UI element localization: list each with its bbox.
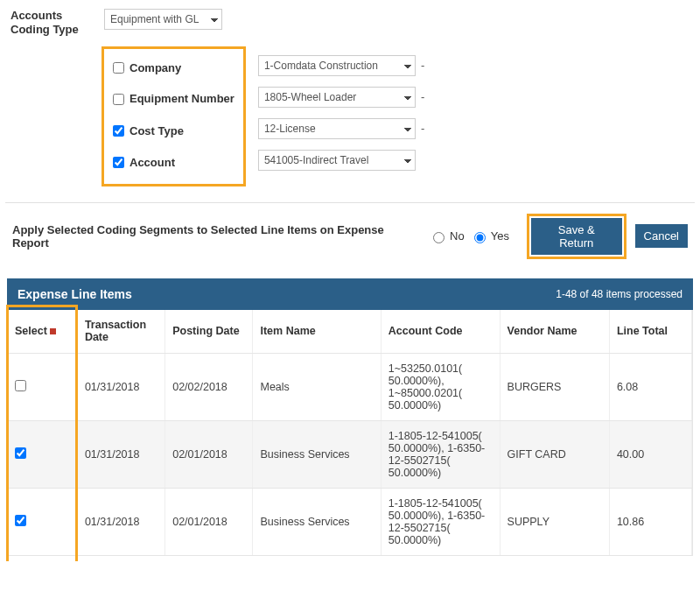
accounts-coding-type-select[interactable]: Equipment with GL (104, 9, 222, 30)
segment-cost-type-label: Cost Type (130, 124, 184, 137)
apply-yes-radio[interactable] (474, 232, 486, 243)
segment-account-select[interactable]: 541005-Indirect Travel (258, 150, 416, 171)
expense-line-items-title: Expense Line Items (18, 287, 132, 301)
th-line-total[interactable]: Line Total (609, 310, 691, 354)
cell-posting-date: 02/02/2018 (165, 354, 253, 421)
segment-company-checkbox[interactable] (113, 62, 124, 74)
table-row: 01/31/2018 02/01/2018 Business Services … (8, 421, 692, 489)
segment-company-select[interactable]: 1-Comdata Construction (258, 55, 416, 76)
th-item-name[interactable]: Item Name (253, 310, 381, 354)
save-return-button[interactable]: Save & Return (531, 218, 622, 255)
expense-line-items-table: Select Transaction Date Posting Date Ite… (8, 310, 692, 557)
cell-posting-date: 02/01/2018 (165, 489, 253, 556)
row-select-checkbox[interactable] (15, 515, 26, 526)
dash-separator: - (421, 59, 424, 72)
cell-item-name: Business Services (253, 489, 381, 556)
cell-line-total: 6.08 (609, 354, 691, 421)
cell-vendor-name: GIFT CARD (500, 421, 609, 489)
cell-vendor-name: BURGERS (500, 354, 609, 421)
segment-equipment-number-checkbox[interactable] (113, 94, 124, 105)
cell-item-name: Meals (253, 354, 381, 421)
segment-cost-type-checkbox[interactable] (113, 125, 124, 137)
row-select-checkbox[interactable] (15, 447, 26, 459)
cell-vendor-name: SUPPLY (500, 489, 609, 556)
cell-account-code: 1~53250.0101( 50.0000%), 1~85000.0201( 5… (381, 354, 500, 421)
save-return-highlight: Save & Return (527, 214, 626, 259)
segment-equipment-number-select[interactable]: 1805-Wheel Loader (258, 87, 416, 108)
table-row: 01/31/2018 02/01/2018 Business Services … (8, 489, 692, 556)
items-processed-count: 1-48 of 48 items processed (556, 288, 682, 300)
segment-equipment-number-label: Equipment Number (130, 93, 234, 106)
cell-posting-date: 02/01/2018 (165, 421, 253, 489)
dash-separator: - (421, 122, 424, 135)
apply-yes-label: Yes (491, 229, 509, 243)
cell-line-total: 10.86 (609, 489, 691, 556)
cell-transaction-date: 01/31/2018 (77, 354, 164, 421)
th-vendor-name[interactable]: Vendor Name (500, 310, 609, 354)
segment-account-checkbox[interactable] (113, 157, 124, 168)
sort-indicator-icon (50, 328, 56, 334)
cancel-button[interactable]: Cancel (635, 224, 688, 248)
accounts-coding-type-label: Accounts Coding Type (10, 9, 94, 38)
cell-line-total: 40.00 (609, 421, 691, 489)
apply-no-label: No (450, 229, 465, 243)
cell-transaction-date: 01/31/2018 (77, 489, 164, 556)
apply-no-radio[interactable] (433, 232, 444, 243)
dash-separator: - (421, 90, 424, 103)
cell-account-code: 1-1805-12-541005( 50.0000%), 1-6350-12-5… (381, 489, 500, 556)
segment-account-label: Account (130, 156, 175, 169)
th-account-code[interactable]: Account Code (381, 310, 500, 354)
apply-segments-label: Apply Selected Coding Segments to Select… (12, 223, 420, 250)
segment-cost-type-select[interactable]: 12-License (258, 118, 416, 139)
th-posting-date[interactable]: Posting Date (165, 310, 253, 354)
th-select[interactable]: Select (8, 310, 77, 354)
cell-transaction-date: 01/31/2018 (77, 421, 164, 489)
row-select-checkbox[interactable] (15, 380, 26, 391)
segment-company-label: Company (130, 61, 181, 74)
th-transaction-date[interactable]: Transaction Date (77, 310, 164, 354)
cell-item-name: Business Services (253, 421, 381, 489)
cell-account-code: 1-1805-12-541005( 50.0000%), 1-6350-12-5… (381, 421, 500, 489)
segments-highlight-box: Company Equipment Number Cost Type Accou… (102, 46, 246, 186)
table-row: 01/31/2018 02/02/2018 Meals 1~53250.0101… (8, 354, 692, 421)
